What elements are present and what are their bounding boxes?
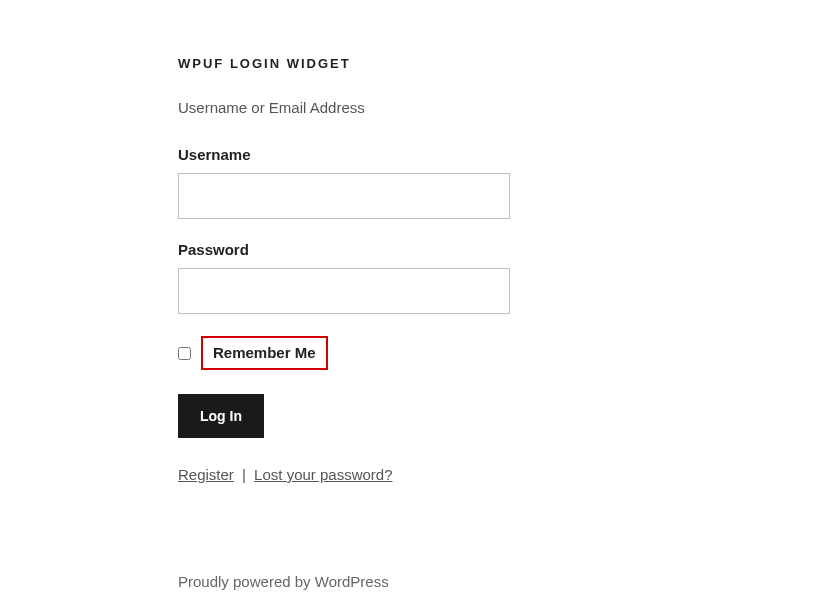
lost-password-link[interactable]: Lost your password? [254, 466, 392, 483]
remember-checkbox[interactable] [178, 347, 191, 360]
username-input[interactable] [178, 173, 510, 219]
password-label: Password [178, 241, 835, 258]
password-field-group: Password [178, 241, 835, 314]
username-label: Username [178, 146, 835, 163]
password-input[interactable] [178, 268, 510, 314]
widget-subtitle: Username or Email Address [178, 99, 835, 116]
remember-label: Remember Me [213, 344, 316, 361]
footer-text: Proudly powered by WordPress [178, 573, 835, 590]
widget-title: WPUF LOGIN WIDGET [178, 56, 835, 71]
register-link[interactable]: Register [178, 466, 234, 483]
username-field-group: Username [178, 146, 835, 219]
links-separator: | [242, 466, 246, 483]
login-widget: WPUF LOGIN WIDGET Username or Email Addr… [178, 56, 835, 590]
login-button[interactable]: Log In [178, 394, 264, 438]
remember-highlight: Remember Me [201, 336, 328, 370]
links-row: Register | Lost your password? [178, 466, 835, 483]
remember-row: Remember Me [178, 336, 835, 370]
